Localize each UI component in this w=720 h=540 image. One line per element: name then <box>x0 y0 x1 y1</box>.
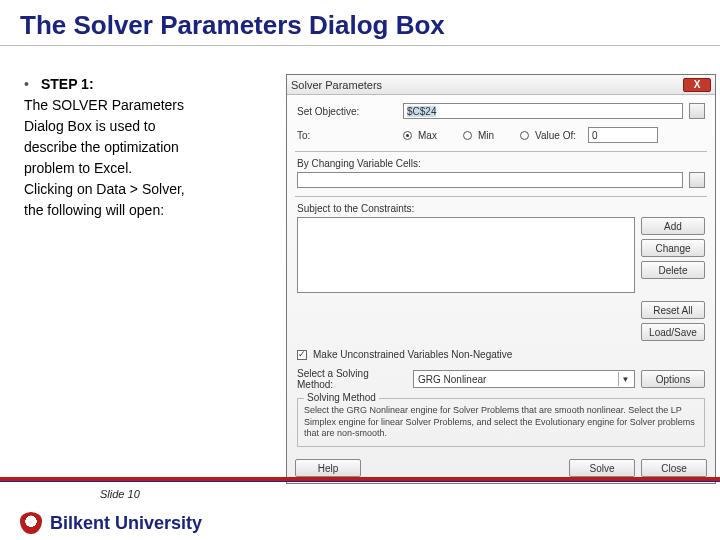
close-button[interactable]: X <box>683 78 711 92</box>
constraints-listbox[interactable] <box>297 217 635 293</box>
nonneg-checkbox[interactable]: ✓ <box>297 350 307 360</box>
changing-cells-input[interactable] <box>297 172 683 188</box>
shield-icon <box>20 512 42 534</box>
university-name: Bilkent University <box>50 513 202 534</box>
set-objective-input[interactable]: $C$24 <box>403 103 683 119</box>
load-save-button[interactable]: Load/Save <box>641 323 705 341</box>
method-label: Select a Solving Method: <box>297 368 407 390</box>
bullet-icon: • <box>24 74 29 95</box>
valueof-input[interactable]: 0 <box>588 127 658 143</box>
solve-button[interactable]: Solve <box>569 459 635 477</box>
reset-all-button[interactable]: Reset All <box>641 301 705 319</box>
change-button[interactable]: Change <box>641 239 705 257</box>
solving-method-group: Solving Method Select the GRG Nonlinear … <box>297 398 705 447</box>
group-text: Select the GRG Nonlinear engine for Solv… <box>304 405 698 440</box>
radio-valueof-label: Value Of: <box>535 130 576 141</box>
body-line: the following will open: <box>24 200 274 221</box>
method-select[interactable]: GRG Nonlinear ▼ <box>413 370 635 388</box>
radio-min-label: Min <box>478 130 494 141</box>
body-line: describe the optimization <box>24 137 274 158</box>
constraints-label: Subject to the Constraints: <box>297 203 705 214</box>
dialog-title: Solver Parameters <box>291 79 382 91</box>
ref-picker-button[interactable] <box>689 103 705 119</box>
body-line: Dialog Box is used to <box>24 116 274 137</box>
radio-max[interactable] <box>403 131 412 140</box>
options-button[interactable]: Options <box>641 370 705 388</box>
university-logo-row: Bilkent University <box>20 512 202 534</box>
solver-dialog: Solver Parameters X Set Objective: $C$24… <box>286 74 716 484</box>
group-label: Solving Method <box>304 392 379 403</box>
add-button[interactable]: Add <box>641 217 705 235</box>
body-line: problem to Excel. <box>24 158 274 179</box>
body-line: The SOLVER Parameters <box>24 95 274 116</box>
slide-body: • STEP 1: The SOLVER Parameters Dialog B… <box>24 74 274 484</box>
radio-valueof[interactable] <box>520 131 529 140</box>
chevron-down-icon: ▼ <box>618 372 632 386</box>
help-button[interactable]: Help <box>295 459 361 477</box>
radio-min[interactable] <box>463 131 472 140</box>
footer-divider <box>0 477 720 482</box>
changing-cells-label: By Changing Variable Cells: <box>297 158 705 169</box>
delete-button[interactable]: Delete <box>641 261 705 279</box>
set-objective-label: Set Objective: <box>297 106 397 117</box>
nonneg-label: Make Unconstrained Variables Non-Negativ… <box>313 349 512 360</box>
radio-max-label: Max <box>418 130 437 141</box>
to-label: To: <box>297 130 397 141</box>
close-button[interactable]: Close <box>641 459 707 477</box>
slide-number: Slide 10 <box>100 488 140 500</box>
body-line: Clicking on Data > Solver, <box>24 179 274 200</box>
ref-picker-button[interactable] <box>689 172 705 188</box>
slide-title: The Solver Parameters Dialog Box <box>0 0 720 46</box>
step-label: STEP 1: <box>41 74 94 95</box>
